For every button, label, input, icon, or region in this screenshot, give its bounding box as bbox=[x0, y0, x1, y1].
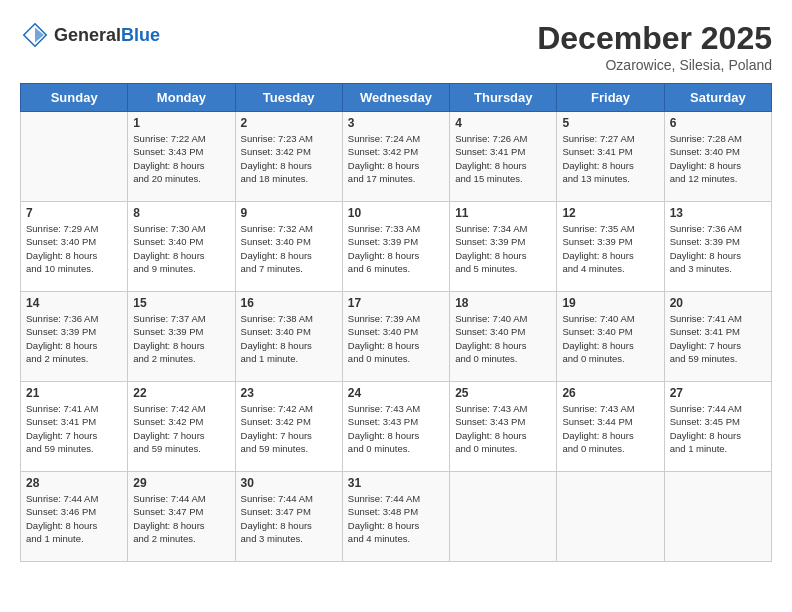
day-info: Sunrise: 7:44 AMSunset: 3:47 PMDaylight:… bbox=[133, 492, 229, 545]
day-info: Sunrise: 7:41 AMSunset: 3:41 PMDaylight:… bbox=[26, 402, 122, 455]
logo: GeneralBlue bbox=[20, 20, 160, 50]
calendar-header: SundayMondayTuesdayWednesdayThursdayFrid… bbox=[21, 84, 772, 112]
location: Ozarowice, Silesia, Poland bbox=[537, 57, 772, 73]
day-info: Sunrise: 7:34 AMSunset: 3:39 PMDaylight:… bbox=[455, 222, 551, 275]
calendar-cell: 7Sunrise: 7:29 AMSunset: 3:40 PMDaylight… bbox=[21, 202, 128, 292]
day-info: Sunrise: 7:40 AMSunset: 3:40 PMDaylight:… bbox=[455, 312, 551, 365]
day-info: Sunrise: 7:41 AMSunset: 3:41 PMDaylight:… bbox=[670, 312, 766, 365]
day-info: Sunrise: 7:36 AMSunset: 3:39 PMDaylight:… bbox=[26, 312, 122, 365]
day-info: Sunrise: 7:28 AMSunset: 3:40 PMDaylight:… bbox=[670, 132, 766, 185]
day-number: 16 bbox=[241, 296, 337, 310]
day-info: Sunrise: 7:24 AMSunset: 3:42 PMDaylight:… bbox=[348, 132, 444, 185]
calendar-cell: 3Sunrise: 7:24 AMSunset: 3:42 PMDaylight… bbox=[342, 112, 449, 202]
day-info: Sunrise: 7:22 AMSunset: 3:43 PMDaylight:… bbox=[133, 132, 229, 185]
calendar-cell: 27Sunrise: 7:44 AMSunset: 3:45 PMDayligh… bbox=[664, 382, 771, 472]
day-info: Sunrise: 7:43 AMSunset: 3:43 PMDaylight:… bbox=[455, 402, 551, 455]
day-info: Sunrise: 7:42 AMSunset: 3:42 PMDaylight:… bbox=[241, 402, 337, 455]
day-number: 8 bbox=[133, 206, 229, 220]
logo-text-blue: Blue bbox=[121, 25, 160, 45]
day-info: Sunrise: 7:26 AMSunset: 3:41 PMDaylight:… bbox=[455, 132, 551, 185]
day-number: 3 bbox=[348, 116, 444, 130]
calendar-cell: 25Sunrise: 7:43 AMSunset: 3:43 PMDayligh… bbox=[450, 382, 557, 472]
day-number: 18 bbox=[455, 296, 551, 310]
day-number: 21 bbox=[26, 386, 122, 400]
day-info: Sunrise: 7:44 AMSunset: 3:47 PMDaylight:… bbox=[241, 492, 337, 545]
calendar-cell: 12Sunrise: 7:35 AMSunset: 3:39 PMDayligh… bbox=[557, 202, 664, 292]
calendar-cell: 14Sunrise: 7:36 AMSunset: 3:39 PMDayligh… bbox=[21, 292, 128, 382]
day-info: Sunrise: 7:23 AMSunset: 3:42 PMDaylight:… bbox=[241, 132, 337, 185]
title-area: December 2025 Ozarowice, Silesia, Poland bbox=[537, 20, 772, 73]
page-header: GeneralBlue December 2025 Ozarowice, Sil… bbox=[20, 20, 772, 73]
calendar-body: 1Sunrise: 7:22 AMSunset: 3:43 PMDaylight… bbox=[21, 112, 772, 562]
calendar-cell: 26Sunrise: 7:43 AMSunset: 3:44 PMDayligh… bbox=[557, 382, 664, 472]
day-info: Sunrise: 7:38 AMSunset: 3:40 PMDaylight:… bbox=[241, 312, 337, 365]
calendar-cell: 21Sunrise: 7:41 AMSunset: 3:41 PMDayligh… bbox=[21, 382, 128, 472]
day-number: 4 bbox=[455, 116, 551, 130]
week-row-3: 14Sunrise: 7:36 AMSunset: 3:39 PMDayligh… bbox=[21, 292, 772, 382]
calendar-cell: 8Sunrise: 7:30 AMSunset: 3:40 PMDaylight… bbox=[128, 202, 235, 292]
day-number: 7 bbox=[26, 206, 122, 220]
day-number: 27 bbox=[670, 386, 766, 400]
day-info: Sunrise: 7:39 AMSunset: 3:40 PMDaylight:… bbox=[348, 312, 444, 365]
calendar-cell: 15Sunrise: 7:37 AMSunset: 3:39 PMDayligh… bbox=[128, 292, 235, 382]
day-info: Sunrise: 7:30 AMSunset: 3:40 PMDaylight:… bbox=[133, 222, 229, 275]
day-info: Sunrise: 7:32 AMSunset: 3:40 PMDaylight:… bbox=[241, 222, 337, 275]
day-info: Sunrise: 7:40 AMSunset: 3:40 PMDaylight:… bbox=[562, 312, 658, 365]
day-info: Sunrise: 7:43 AMSunset: 3:44 PMDaylight:… bbox=[562, 402, 658, 455]
day-number: 25 bbox=[455, 386, 551, 400]
calendar-cell: 13Sunrise: 7:36 AMSunset: 3:39 PMDayligh… bbox=[664, 202, 771, 292]
calendar-cell: 1Sunrise: 7:22 AMSunset: 3:43 PMDaylight… bbox=[128, 112, 235, 202]
day-number: 22 bbox=[133, 386, 229, 400]
calendar-cell: 11Sunrise: 7:34 AMSunset: 3:39 PMDayligh… bbox=[450, 202, 557, 292]
day-info: Sunrise: 7:36 AMSunset: 3:39 PMDaylight:… bbox=[670, 222, 766, 275]
calendar-cell: 29Sunrise: 7:44 AMSunset: 3:47 PMDayligh… bbox=[128, 472, 235, 562]
week-row-2: 7Sunrise: 7:29 AMSunset: 3:40 PMDaylight… bbox=[21, 202, 772, 292]
day-info: Sunrise: 7:33 AMSunset: 3:39 PMDaylight:… bbox=[348, 222, 444, 275]
header-sunday: Sunday bbox=[21, 84, 128, 112]
logo-text-general: General bbox=[54, 25, 121, 45]
day-info: Sunrise: 7:35 AMSunset: 3:39 PMDaylight:… bbox=[562, 222, 658, 275]
day-info: Sunrise: 7:44 AMSunset: 3:48 PMDaylight:… bbox=[348, 492, 444, 545]
day-number: 17 bbox=[348, 296, 444, 310]
header-thursday: Thursday bbox=[450, 84, 557, 112]
day-number: 30 bbox=[241, 476, 337, 490]
header-monday: Monday bbox=[128, 84, 235, 112]
day-number: 20 bbox=[670, 296, 766, 310]
calendar-cell: 10Sunrise: 7:33 AMSunset: 3:39 PMDayligh… bbox=[342, 202, 449, 292]
week-row-4: 21Sunrise: 7:41 AMSunset: 3:41 PMDayligh… bbox=[21, 382, 772, 472]
day-number: 15 bbox=[133, 296, 229, 310]
calendar-cell: 9Sunrise: 7:32 AMSunset: 3:40 PMDaylight… bbox=[235, 202, 342, 292]
header-wednesday: Wednesday bbox=[342, 84, 449, 112]
day-number: 6 bbox=[670, 116, 766, 130]
day-number: 19 bbox=[562, 296, 658, 310]
day-number: 29 bbox=[133, 476, 229, 490]
day-number: 12 bbox=[562, 206, 658, 220]
header-tuesday: Tuesday bbox=[235, 84, 342, 112]
calendar-cell: 23Sunrise: 7:42 AMSunset: 3:42 PMDayligh… bbox=[235, 382, 342, 472]
calendar-cell: 18Sunrise: 7:40 AMSunset: 3:40 PMDayligh… bbox=[450, 292, 557, 382]
day-number: 28 bbox=[26, 476, 122, 490]
calendar-cell: 2Sunrise: 7:23 AMSunset: 3:42 PMDaylight… bbox=[235, 112, 342, 202]
day-number: 26 bbox=[562, 386, 658, 400]
day-info: Sunrise: 7:44 AMSunset: 3:46 PMDaylight:… bbox=[26, 492, 122, 545]
day-info: Sunrise: 7:43 AMSunset: 3:43 PMDaylight:… bbox=[348, 402, 444, 455]
week-row-5: 28Sunrise: 7:44 AMSunset: 3:46 PMDayligh… bbox=[21, 472, 772, 562]
day-number: 13 bbox=[670, 206, 766, 220]
calendar-cell bbox=[450, 472, 557, 562]
calendar-cell bbox=[21, 112, 128, 202]
day-number: 24 bbox=[348, 386, 444, 400]
day-number: 23 bbox=[241, 386, 337, 400]
calendar-cell bbox=[664, 472, 771, 562]
calendar-table: SundayMondayTuesdayWednesdayThursdayFrid… bbox=[20, 83, 772, 562]
header-friday: Friday bbox=[557, 84, 664, 112]
day-number: 1 bbox=[133, 116, 229, 130]
calendar-cell: 17Sunrise: 7:39 AMSunset: 3:40 PMDayligh… bbox=[342, 292, 449, 382]
day-info: Sunrise: 7:29 AMSunset: 3:40 PMDaylight:… bbox=[26, 222, 122, 275]
svg-marker-1 bbox=[35, 28, 44, 43]
day-number: 10 bbox=[348, 206, 444, 220]
header-saturday: Saturday bbox=[664, 84, 771, 112]
calendar-cell: 16Sunrise: 7:38 AMSunset: 3:40 PMDayligh… bbox=[235, 292, 342, 382]
day-info: Sunrise: 7:42 AMSunset: 3:42 PMDaylight:… bbox=[133, 402, 229, 455]
day-number: 2 bbox=[241, 116, 337, 130]
day-number: 9 bbox=[241, 206, 337, 220]
